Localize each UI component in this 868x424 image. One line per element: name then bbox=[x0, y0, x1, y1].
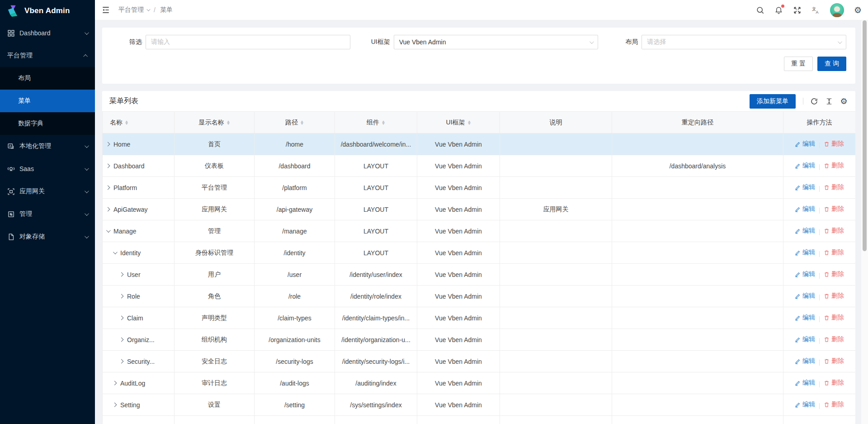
cell-name-wrap: Dashboard bbox=[103, 155, 175, 177]
delete-button[interactable]: 删除 bbox=[824, 205, 844, 213]
edit-button[interactable]: 编辑 bbox=[795, 162, 815, 170]
cell-name: Home bbox=[113, 141, 130, 148]
edit-button[interactable]: 编辑 bbox=[795, 335, 815, 343]
scrollbar-thumb[interactable] bbox=[863, 20, 867, 251]
edit-button[interactable]: 编辑 bbox=[795, 248, 815, 257]
sidebar-item-localization[interactable]: A 本地化管理 bbox=[0, 135, 95, 157]
query-button[interactable]: 查 询 bbox=[817, 57, 846, 71]
sort-icon[interactable]: ▲▼ bbox=[226, 120, 230, 125]
row-expand-icon[interactable] bbox=[119, 294, 124, 299]
cell-name: Setting bbox=[120, 401, 140, 409]
row-expand-icon[interactable] bbox=[119, 316, 124, 320]
delete-button[interactable]: 删除 bbox=[824, 183, 844, 191]
cell-display-name: 应用网关 bbox=[175, 199, 255, 220]
edit-button[interactable]: 编辑 bbox=[795, 400, 815, 409]
cell-display-name: 身份标识管理 bbox=[175, 242, 255, 264]
settings-gear-icon[interactable]: ⚙ bbox=[854, 6, 862, 14]
cell-actions: 编辑删除 bbox=[783, 351, 856, 372]
app-logo[interactable]: Vben Admin bbox=[0, 0, 95, 22]
sidebar-item-dashboard[interactable]: Dashboard bbox=[0, 22, 95, 44]
sidebar-item-layout[interactable]: 布局 bbox=[0, 67, 95, 90]
sort-icon[interactable]: ▲▼ bbox=[467, 120, 471, 125]
row-expand-icon[interactable] bbox=[119, 359, 124, 364]
notification-bell-icon[interactable] bbox=[774, 6, 783, 14]
fullscreen-icon[interactable] bbox=[793, 6, 802, 14]
search-icon[interactable] bbox=[756, 6, 764, 14]
header-actions: 文A ⚙ bbox=[756, 3, 862, 17]
edit-button[interactable]: 编辑 bbox=[795, 227, 815, 235]
user-avatar[interactable] bbox=[830, 3, 844, 17]
ui-framework-select[interactable]: Vue Vben Admin bbox=[394, 35, 599, 49]
collapse-sidebar-icon[interactable] bbox=[101, 5, 110, 14]
edit-button[interactable]: 编辑 bbox=[795, 379, 815, 387]
edit-button[interactable]: 编辑 bbox=[795, 140, 815, 148]
delete-button[interactable]: 删除 bbox=[824, 314, 844, 322]
delete-button[interactable]: 删除 bbox=[824, 248, 844, 257]
delete-button[interactable]: 删除 bbox=[824, 270, 844, 278]
sidebar-item-menu[interactable]: 菜单 bbox=[0, 90, 95, 112]
add-menu-button[interactable]: 添加新菜单 bbox=[750, 94, 796, 109]
keyword-input[interactable]: 请输入 bbox=[146, 35, 350, 49]
layout-select[interactable]: 请选择 bbox=[642, 35, 846, 49]
delete-button[interactable]: 删除 bbox=[824, 227, 844, 235]
row-collapse-icon[interactable] bbox=[106, 228, 111, 233]
row-expand-icon[interactable] bbox=[113, 381, 117, 386]
row-expand-icon[interactable] bbox=[106, 164, 110, 168]
edit-label: 编辑 bbox=[802, 205, 815, 213]
table-row: Manage管理/manageLAYOUTVue Vben Admin编辑删除 bbox=[103, 220, 856, 242]
delete-button[interactable]: 删除 bbox=[824, 292, 844, 300]
column-header-name[interactable]: 名称▲▼ bbox=[103, 112, 175, 133]
cell-name: Claim bbox=[127, 314, 143, 322]
cell-display-name: 管理 bbox=[175, 220, 255, 242]
sidebar-item-saas[interactable]: Saas bbox=[0, 157, 95, 180]
cell-description: 应用网关 bbox=[500, 199, 612, 220]
sidebar-item-manage[interactable]: 管理 bbox=[0, 203, 95, 225]
row-expand-icon[interactable] bbox=[106, 142, 110, 147]
edit-label: 编辑 bbox=[802, 357, 815, 365]
edit-button[interactable]: 编辑 bbox=[795, 357, 815, 365]
page-scrollbar[interactable] bbox=[861, 20, 868, 424]
edit-button[interactable]: 编辑 bbox=[795, 205, 815, 213]
row-expand-icon[interactable] bbox=[119, 272, 124, 277]
row-expand-icon[interactable] bbox=[106, 207, 110, 212]
edit-button[interactable]: 编辑 bbox=[795, 314, 815, 322]
row-expand-icon[interactable] bbox=[119, 338, 124, 342]
edit-label: 编辑 bbox=[802, 183, 815, 191]
row-expand-icon[interactable] bbox=[113, 403, 117, 407]
sort-icon[interactable]: ▲▼ bbox=[125, 120, 128, 125]
delete-button[interactable]: 删除 bbox=[824, 140, 844, 148]
column-settings-icon[interactable]: ⚙ bbox=[840, 97, 848, 105]
delete-button[interactable]: 删除 bbox=[824, 400, 844, 409]
edit-button[interactable]: 编辑 bbox=[795, 270, 815, 278]
sort-icon[interactable]: ▲▼ bbox=[382, 120, 385, 125]
delete-label: 删除 bbox=[831, 227, 844, 235]
sidebar-item-object-storage[interactable]: 对象存储 bbox=[0, 225, 95, 248]
refresh-icon[interactable] bbox=[810, 97, 818, 105]
column-header-path[interactable]: 路径▲▼ bbox=[255, 112, 335, 133]
delete-button[interactable]: 删除 bbox=[824, 335, 844, 343]
delete-button[interactable]: 删除 bbox=[824, 357, 844, 365]
row-collapse-icon[interactable] bbox=[113, 250, 118, 254]
sidebar-item-platform-management[interactable]: 平台管理 bbox=[0, 44, 95, 67]
column-header-display-name[interactable]: 显示名称▲▼ bbox=[175, 112, 255, 133]
column-header-component[interactable]: 组件▲▼ bbox=[335, 112, 417, 133]
edit-button[interactable]: 编辑 bbox=[795, 292, 815, 300]
cell-display-name: 首页 bbox=[175, 133, 255, 155]
cell-redirect: /dashboard/analysis bbox=[612, 155, 783, 177]
edit-label: 编辑 bbox=[802, 292, 815, 300]
cell-name: Identity bbox=[120, 249, 141, 257]
manage-icon bbox=[7, 210, 15, 218]
column-header-description: 说明 bbox=[500, 112, 612, 133]
sidebar-item-api-gateway[interactable]: 应用网关 bbox=[0, 180, 95, 203]
sort-icon[interactable]: ▲▼ bbox=[300, 120, 304, 125]
breadcrumb-parent[interactable]: 平台管理 bbox=[118, 6, 149, 14]
row-height-icon[interactable] bbox=[825, 97, 833, 105]
column-header-ui-framework[interactable]: UI框架▲▼ bbox=[417, 112, 500, 133]
sidebar-item-data-dictionary[interactable]: 数据字典 bbox=[0, 112, 95, 135]
edit-button[interactable]: 编辑 bbox=[795, 183, 815, 191]
row-expand-icon[interactable] bbox=[106, 186, 110, 190]
reset-button[interactable]: 重 置 bbox=[784, 57, 813, 71]
translate-icon[interactable]: 文A bbox=[811, 6, 820, 14]
delete-button[interactable]: 删除 bbox=[824, 379, 844, 387]
delete-button[interactable]: 删除 bbox=[824, 162, 844, 170]
